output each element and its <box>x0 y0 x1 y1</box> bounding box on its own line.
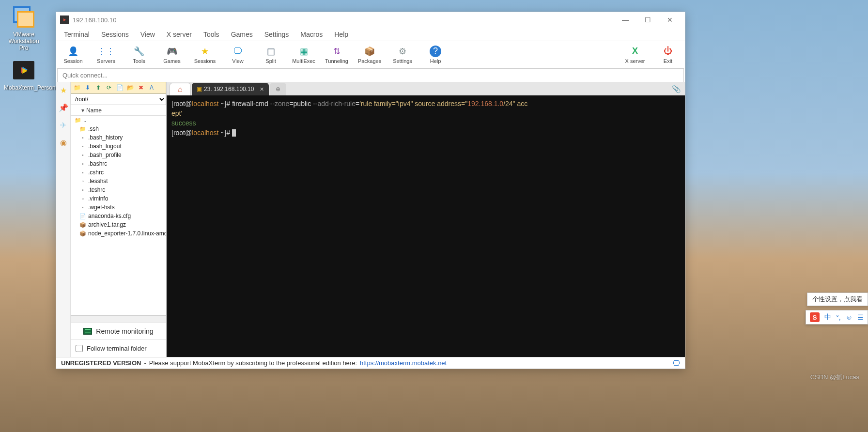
refresh-icon[interactable]: ⟳ <box>105 84 113 92</box>
help-button[interactable]: ?Help <box>421 46 450 64</box>
file-row[interactable]: ▫.lesshst <box>71 177 166 185</box>
file-row[interactable]: 📁.ssh <box>71 124 166 133</box>
file-label: .. <box>83 117 87 123</box>
file-row[interactable]: ▪.bashrc <box>71 159 166 168</box>
file-row[interactable]: ▪.bash_history <box>71 133 166 142</box>
file-label: .bashrc <box>88 160 107 167</box>
newfile-icon[interactable]: 📄 <box>116 84 124 92</box>
tab-home[interactable]: ⌂ <box>170 83 191 95</box>
desktop-icon-mobaxterm[interactable]: MobaXterm_Personal_2... <box>4 58 44 91</box>
macros-icon[interactable]: ✈ <box>58 120 69 130</box>
file-row[interactable]: 📦node_exporter-1.7.0.linux-amd <box>71 229 166 238</box>
file-label: .bash_profile <box>88 152 122 158</box>
mobaxterm-icon <box>12 58 36 82</box>
settings-button[interactable]: ⚙Settings <box>388 46 417 64</box>
download-icon[interactable]: ⬇ <box>84 84 92 92</box>
sidebar-toolbar: 📁⬇⬆⟳📄📂✖A <box>71 82 166 93</box>
home-icon: ⌂ <box>178 85 183 94</box>
open-folder-icon[interactable]: 📁 <box>73 84 81 92</box>
maximize-button[interactable]: ☐ <box>636 12 659 28</box>
menu-terminal[interactable]: Terminal <box>59 29 94 40</box>
tunneling-button[interactable]: ⇅Tunneling <box>323 46 351 64</box>
file-row[interactable]: ▪.tcshrc <box>71 185 166 194</box>
xserver-button[interactable]: XX server <box>621 46 649 64</box>
file-row[interactable]: ▪.bash_logout <box>71 142 166 151</box>
file-label: .wget-hsts <box>88 204 115 211</box>
file-icon: ▪ <box>79 169 86 176</box>
globe-icon[interactable]: ◉ <box>58 137 69 148</box>
view-button[interactable]: 🖵View <box>224 46 252 64</box>
xserver-icon: X <box>629 46 641 57</box>
file-row[interactable]: 📦archive1.tar.gz <box>71 220 166 229</box>
sessions-icon: ★ <box>199 46 211 57</box>
ime-toolbar[interactable]: S 中 °, ☺ ☰ <box>806 310 868 324</box>
file-icon: ▪ <box>79 160 86 167</box>
file-label: .cshrc <box>88 169 104 176</box>
menu-tools[interactable]: Tools <box>199 29 224 40</box>
follow-terminal-label: Follow terminal folder <box>87 345 147 352</box>
desktop-icon-vmware[interactable]: VMware Workstation Pro <box>4 5 44 51</box>
games-button[interactable]: 🎮Games <box>158 46 186 64</box>
pin-icon[interactable]: 📌 <box>58 102 69 113</box>
follow-terminal-checkbox[interactable] <box>76 345 83 352</box>
ime-lang[interactable]: 中 <box>824 313 831 322</box>
menu-games[interactable]: Games <box>226 29 258 40</box>
packages-icon: 📦 <box>364 46 375 57</box>
vmware-icon <box>12 5 36 29</box>
minimize-button[interactable]: — <box>614 12 636 28</box>
tab-session-active[interactable]: ▣ 23. 192.168.100.10 × <box>192 83 269 95</box>
file-row[interactable]: 📄anaconda-ks.cfg <box>71 212 166 220</box>
ime-menu-icon[interactable]: ☰ <box>857 313 864 321</box>
servers-button[interactable]: ⋮⋮Servers <box>92 46 120 64</box>
terminal-output[interactable]: [root@localhost ~]# firewall-cmd --zone=… <box>167 95 685 357</box>
tools-button[interactable]: 🔧Tools <box>125 46 153 64</box>
scrollbar-stub[interactable] <box>71 315 166 322</box>
file-icon: ▫ <box>79 195 86 202</box>
ime-popup[interactable]: 个性设置，点我看 <box>807 293 868 306</box>
session-button[interactable]: 👤Session <box>59 46 87 64</box>
menu-sessions[interactable]: Sessions <box>96 29 134 40</box>
packages-button[interactable]: 📦Packages <box>356 46 384 64</box>
delete-icon[interactable]: ✖ <box>137 84 145 92</box>
menu-settings[interactable]: Settings <box>260 29 294 40</box>
path-select[interactable]: /root/ <box>71 93 166 105</box>
menu-help[interactable]: Help <box>329 29 353 40</box>
file-row[interactable]: ▪.bash_profile <box>71 151 166 159</box>
tab-label: 23. 192.168.100.10 <box>204 86 254 93</box>
file-column-header[interactable]: Name <box>86 107 102 114</box>
rename-icon[interactable]: A <box>148 84 155 92</box>
file-row[interactable]: ▪.wget-hsts <box>71 203 166 212</box>
favorites-icon[interactable]: ★ <box>58 85 69 95</box>
multiexec-button[interactable]: ▦MultiExec <box>290 46 318 64</box>
status-link[interactable]: https://mobaxterm.mobatek.net <box>360 359 447 367</box>
view-icon: 🖵 <box>232 46 244 57</box>
exit-button[interactable]: ⏻Exit <box>654 46 682 64</box>
newfolder-icon[interactable]: 📂 <box>126 84 134 92</box>
ime-face-icon[interactable]: ☺ <box>846 313 852 321</box>
file-label: anaconda-ks.cfg <box>88 213 131 219</box>
file-row[interactable]: ▪.cshrc <box>71 168 166 177</box>
close-button[interactable]: ✕ <box>659 12 681 28</box>
file-row[interactable]: 📁.. <box>71 116 166 124</box>
menu-macros[interactable]: Macros <box>295 29 327 40</box>
upload-icon[interactable]: ⬆ <box>94 84 102 92</box>
tunneling-icon: ⇅ <box>331 46 342 57</box>
remote-monitoring-button[interactable]: Remote monitoring <box>71 322 166 339</box>
quick-connect-input[interactable] <box>58 69 683 82</box>
tab-new[interactable]: ⊕ <box>270 83 286 95</box>
cursor <box>232 129 236 137</box>
file-row[interactable]: ▫.viminfo <box>71 194 166 203</box>
attachment-icon[interactable]: 📎 <box>672 85 681 93</box>
split-button[interactable]: ◫Split <box>257 46 285 64</box>
toolbar: 👤Session⋮⋮Servers🔧Tools🎮Games★Sessions🖵V… <box>56 41 685 68</box>
tab-close-icon[interactable]: × <box>260 85 264 93</box>
status-screen-icon[interactable]: 🖵 <box>673 359 680 367</box>
plus-icon: ⊕ <box>276 86 280 93</box>
ime-punct-icon[interactable]: °, <box>836 313 841 321</box>
menu-view[interactable]: View <box>136 29 160 40</box>
status-bar: UNREGISTERED VERSION - Please support Mo… <box>56 357 685 369</box>
menu-x-server[interactable]: X server <box>162 29 197 40</box>
terminal-icon: ▣ <box>197 86 202 93</box>
sessions-button[interactable]: ★Sessions <box>191 46 219 64</box>
titlebar[interactable]: 192.168.100.10 — ☐ ✕ <box>56 12 685 28</box>
